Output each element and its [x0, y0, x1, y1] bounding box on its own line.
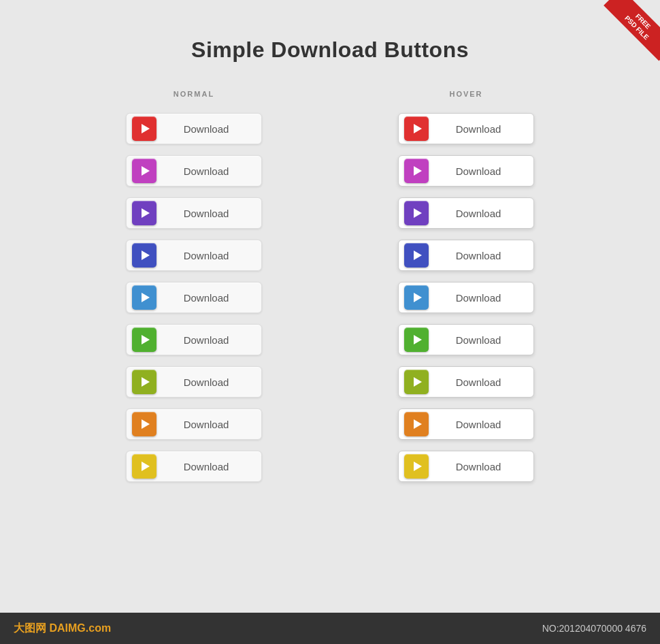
play-icon: [414, 462, 422, 471]
button-label: Download: [429, 461, 533, 472]
footer-logo-chinese: 大图网: [14, 622, 49, 634]
hover-column-header: HOVER: [449, 90, 482, 98]
icon-box-orange-hover: [404, 412, 429, 436]
download-button-green-hover[interactable]: Download: [398, 324, 534, 355]
normal-column: NORMAL Download Download Download Downlo…: [126, 90, 262, 493]
play-icon: [414, 251, 422, 260]
download-button-red-normal[interactable]: Download: [126, 113, 262, 144]
download-button-green-normal[interactable]: Download: [126, 324, 262, 355]
play-icon: [414, 293, 422, 302]
icon-box-lime: [132, 370, 156, 394]
button-label: Download: [156, 292, 261, 304]
play-icon: [414, 124, 422, 133]
button-label: Download: [156, 165, 261, 177]
play-icon: [142, 208, 150, 218]
button-label: Download: [429, 208, 533, 219]
icon-box-blue: [132, 285, 156, 310]
download-button-yellow-hover[interactable]: Download: [398, 451, 534, 482]
download-button-purple-normal[interactable]: Download: [126, 197, 262, 229]
icon-box-orange: [132, 412, 156, 436]
icon-box-lime-hover: [404, 370, 429, 394]
download-button-blue-hover[interactable]: Download: [398, 282, 534, 313]
footer-id: NO:201204070000 4676: [542, 623, 646, 634]
download-button-navy-normal[interactable]: Download: [126, 240, 262, 271]
play-icon: [142, 462, 150, 471]
button-label: Download: [429, 123, 533, 135]
badge-text: FREEPSD FILE: [604, 0, 660, 61]
button-label: Download: [429, 376, 533, 388]
icon-box-yellow-hover: [404, 454, 429, 479]
icon-box-purple-hover: [404, 201, 429, 225]
icon-box-yellow: [132, 454, 156, 479]
button-label: Download: [156, 208, 261, 219]
icon-box-navy-hover: [404, 243, 429, 268]
play-icon: [142, 335, 150, 344]
icon-box-purple: [132, 201, 156, 225]
icon-box-pink: [132, 159, 156, 183]
play-icon: [414, 419, 422, 429]
play-icon: [142, 124, 150, 133]
button-label: Download: [156, 419, 261, 430]
button-label: Download: [156, 334, 261, 346]
button-label: Download: [156, 376, 261, 388]
icon-box-blue-hover: [404, 285, 429, 310]
play-icon: [414, 377, 422, 387]
icon-box-green-hover: [404, 327, 429, 352]
icon-box-red: [132, 116, 156, 141]
footer-logo: 大图网 DAIMG.com: [14, 622, 111, 636]
download-button-lime-normal[interactable]: Download: [126, 366, 262, 398]
play-icon: [414, 208, 422, 218]
button-label: Download: [156, 123, 261, 135]
corner-badge: FREEPSD FILE: [599, 0, 660, 61]
button-label: Download: [429, 334, 533, 346]
play-icon: [142, 251, 150, 260]
button-label: Download: [429, 419, 533, 430]
button-label: Download: [429, 292, 533, 304]
page-title: Simple Download Buttons: [0, 0, 660, 63]
download-button-lime-hover[interactable]: Download: [398, 366, 534, 398]
button-label: Download: [429, 165, 533, 177]
columns-container: NORMAL Download Download Download Downlo…: [0, 90, 660, 493]
download-button-purple-hover[interactable]: Download: [398, 197, 534, 229]
icon-box-green: [132, 327, 156, 352]
play-icon: [142, 166, 150, 176]
play-icon: [414, 335, 422, 344]
footer-logo-latin: DAIMG.com: [49, 622, 111, 634]
play-icon: [142, 377, 150, 387]
download-button-orange-hover[interactable]: Download: [398, 408, 534, 440]
icon-box-pink-hover: [404, 159, 429, 183]
download-button-red-hover[interactable]: Download: [398, 113, 534, 144]
footer-bar: 大图网 DAIMG.com NO:201204070000 4676: [0, 613, 660, 644]
play-icon: [142, 293, 150, 302]
play-icon: [142, 419, 150, 429]
play-icon: [414, 166, 422, 176]
icon-box-red-hover: [404, 116, 429, 141]
download-button-blue-normal[interactable]: Download: [126, 282, 262, 313]
icon-box-navy: [132, 243, 156, 268]
button-label: Download: [156, 250, 261, 261]
normal-column-header: NORMAL: [174, 90, 214, 98]
download-button-orange-normal[interactable]: Download: [126, 408, 262, 440]
download-button-pink-normal[interactable]: Download: [126, 155, 262, 187]
download-button-pink-hover[interactable]: Download: [398, 155, 534, 187]
button-label: Download: [156, 461, 261, 472]
download-button-navy-hover[interactable]: Download: [398, 240, 534, 271]
hover-column: HOVER Download Download Download Downloa…: [398, 90, 534, 493]
button-label: Download: [429, 250, 533, 261]
download-button-yellow-normal[interactable]: Download: [126, 451, 262, 482]
